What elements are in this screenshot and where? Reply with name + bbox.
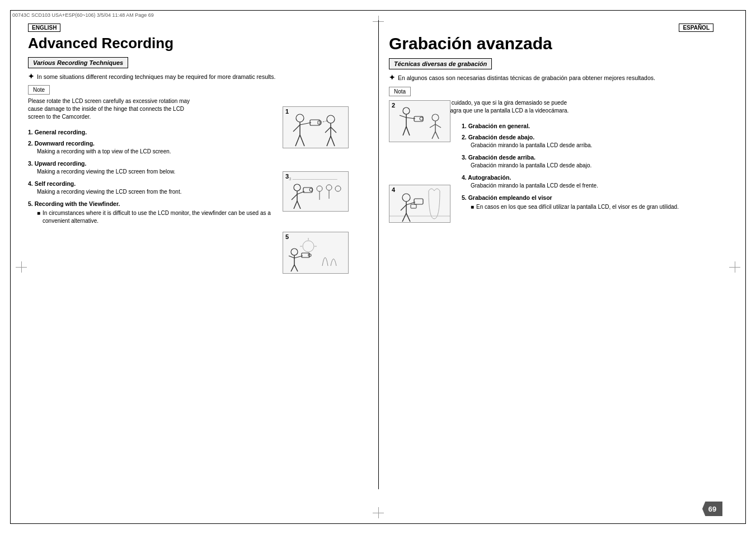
image-1-box: 1 <box>283 106 349 148</box>
svg-line-21 <box>297 201 300 209</box>
english-item-5: 5. Recording with the Viewfinder. ■ In c… <box>28 200 277 225</box>
english-column: ENGLISH Advanced Recording Various Recor… <box>28 24 353 506</box>
svg-line-41 <box>294 265 298 271</box>
plus-symbol: ✦ <box>28 72 34 81</box>
image-2-svg <box>389 101 450 142</box>
svg-line-52 <box>430 124 435 128</box>
spanish-intro: ✦ En algunos casos son necesarias distin… <box>389 74 713 82</box>
svg-rect-61 <box>414 199 423 204</box>
spanish-badge: ESPAÑOL <box>679 24 713 32</box>
svg-line-20 <box>294 201 297 209</box>
english-images: 1 <box>283 106 353 274</box>
svg-rect-62 <box>411 204 416 208</box>
image-1-svg <box>283 107 349 148</box>
border-left <box>10 10 11 524</box>
svg-point-47 <box>420 117 423 120</box>
svg-text:3 ——————————: 3 —————————— <box>289 176 337 181</box>
image-5-box: 5 <box>283 232 349 274</box>
svg-point-16 <box>294 184 300 191</box>
spanish-item-5: 5. Grabación empleando el visor ■ En cas… <box>462 194 713 211</box>
english-note-label: Note <box>28 85 50 95</box>
svg-line-36 <box>289 256 294 258</box>
svg-line-13 <box>331 136 335 146</box>
spanish-item-3: 3. Grabación desde arriba. Grabación mir… <box>462 154 713 170</box>
svg-point-34 <box>291 249 298 255</box>
page-number-badge: 69 <box>702 502 722 516</box>
english-intro-text: In some situations different recording t… <box>37 73 275 81</box>
image-4-box: 4 <box>389 185 450 223</box>
svg-point-24 <box>317 186 322 191</box>
spanish-column: ESPAÑOL Grabación avanzada Técnicas dive… <box>389 24 713 506</box>
svg-line-49 <box>406 127 410 135</box>
english-note-text: Please rotate the LCD screen carefully a… <box>28 97 190 121</box>
image-2-box: 2 <box>389 100 450 142</box>
english-section-header: Various Recording Techniques <box>28 57 128 68</box>
english-title: Advanced Recording <box>28 35 353 51</box>
svg-line-44 <box>400 115 406 118</box>
image-5-svg <box>283 232 349 274</box>
plus-symbol-es: ✦ <box>389 73 395 82</box>
svg-line-40 <box>291 265 294 271</box>
crosshair-right <box>729 261 740 273</box>
svg-point-0 <box>296 114 304 122</box>
svg-line-11 <box>331 127 336 133</box>
svg-line-63 <box>402 213 406 222</box>
svg-line-55 <box>435 132 439 139</box>
center-divider <box>378 20 379 489</box>
svg-point-42 <box>403 107 410 114</box>
spanish-item-1: 1. Grabación en general. <box>462 123 713 129</box>
spanish-title: Grabación avanzada <box>389 34 713 53</box>
square-bullet: ■ <box>37 210 40 216</box>
image-3-svg: 3 —————————— <box>283 172 349 212</box>
crosshair-bottom <box>373 507 384 518</box>
svg-point-28 <box>335 186 341 191</box>
border-bottom <box>10 523 746 524</box>
spanish-body: 2 <box>389 123 713 223</box>
svg-line-3 <box>300 123 311 125</box>
spanish-items-list: 1. Grabación en general. 2. Grabación de… <box>462 123 713 223</box>
english-item-4: 4. Self recording. Making a recording vi… <box>28 180 277 196</box>
svg-line-53 <box>435 124 441 128</box>
svg-point-29 <box>303 241 314 252</box>
meta-text: 00743C SCD103 USA+ESP(60~106) 3/5/04 11:… <box>12 12 154 18</box>
svg-line-10 <box>325 127 331 133</box>
spanish-intro-text: En algunos casos son necesarias distinta… <box>398 74 655 82</box>
spanish-item-2: 2. Grabación desde abajo. Grabación mira… <box>462 134 713 149</box>
english-body: 1. General recording. 2. Downward record… <box>28 129 353 274</box>
svg-line-12 <box>327 136 331 146</box>
english-intro: ✦ In some situations different recording… <box>28 73 353 81</box>
english-item-1: 1. General recording. <box>28 129 277 135</box>
svg-line-2 <box>293 125 300 132</box>
image-3-box: 3 3 —————————— <box>283 171 349 212</box>
square-bullet-es: ■ <box>471 204 474 210</box>
spanish-note-label: Nota <box>389 87 411 96</box>
crosshair-left <box>16 261 27 273</box>
svg-line-64 <box>406 213 410 222</box>
english-items-list: 1. General recording. 2. Downward record… <box>28 129 277 274</box>
svg-line-48 <box>403 127 406 135</box>
header-meta: 00743C SCD103 USA+ESP(60~106) 3/5/04 11:… <box>10 10 746 20</box>
spanish-badge-row: ESPAÑOL <box>389 24 713 32</box>
svg-line-18 <box>292 194 297 200</box>
border-right <box>745 10 746 524</box>
english-badge: ENGLISH <box>28 24 60 32</box>
svg-line-59 <box>401 205 406 210</box>
english-item-2: 2. Downward recording. Making a recordin… <box>28 140 277 156</box>
english-item-3: 3. Upward recording. Making a recording … <box>28 160 277 176</box>
svg-point-50 <box>432 114 439 121</box>
spanish-item-4: 4. Autograbación. Grabación mirando la p… <box>462 174 713 190</box>
spanish-section-header: Técnicas diversas de grabación <box>389 58 492 69</box>
image-4-svg <box>389 185 450 223</box>
svg-line-6 <box>295 135 300 146</box>
spanish-images: 2 <box>389 100 456 223</box>
svg-line-54 <box>432 132 435 139</box>
svg-point-57 <box>402 194 410 202</box>
page: 00743C SCD103 USA+ESP(60~106) 3/5/04 11:… <box>0 0 756 534</box>
svg-point-26 <box>326 185 332 190</box>
svg-point-8 <box>327 115 335 123</box>
svg-line-7 <box>300 135 304 146</box>
